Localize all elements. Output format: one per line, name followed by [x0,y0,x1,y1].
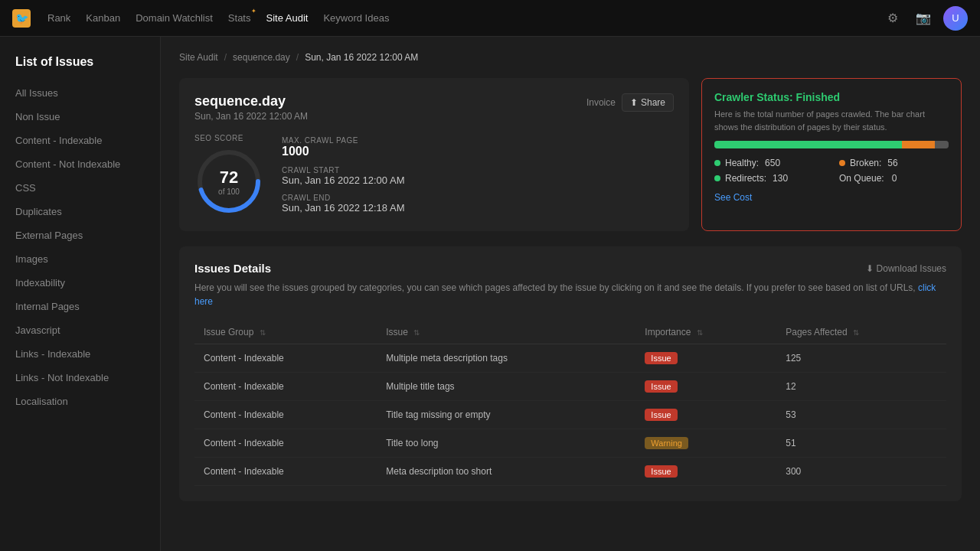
site-header: sequence.day Sun, Jan 16 2022 12:00 AM I… [194,93,674,122]
cell-importance-4: Issue [635,458,776,486]
cell-group-2: Content - Indexable [194,401,377,429]
table-row[interactable]: Content - Indexable Meta description too… [194,458,946,486]
sidebar-item-javascript[interactable]: Javascript [0,318,160,342]
seo-score-container: SEO SCORE 72 of 100 [194,134,263,216]
nav-domain-watchlist[interactable]: Domain Watchlist [134,9,214,27]
top-row: sequence.day Sun, Jan 16 2022 12:00 AM I… [179,78,962,231]
broken-value: 56 [887,158,897,168]
cell-importance-1: Issue [635,373,776,401]
table-row[interactable]: Content - Indexable Title too long Warni… [194,429,946,458]
sidebar-item-content-not-indexable[interactable]: Content - Not Indexable [0,152,160,176]
queue-value: 0 [892,173,897,184]
site-date: Sun, Jan 16 2022 12:00 AM [194,111,308,122]
cell-group-0: Content - Indexable [194,344,377,373]
healthy-label: Healthy: [725,158,759,168]
crawler-title: Crawler Status: Finished [714,91,949,103]
breadcrumb-site-audit[interactable]: Site Audit [179,52,218,63]
seo-score-wrapper: 72 of 100 [194,147,263,216]
nav-kanban[interactable]: Kanban [84,9,122,27]
table-row[interactable]: Content - Indexable Multiple title tags … [194,373,946,401]
download-issues-button[interactable]: ⬇ Download Issues [866,263,946,274]
sort-icon-pages[interactable]: ⇅ [853,328,859,337]
sidebar-item-duplicates[interactable]: Duplicates [0,200,160,223]
sort-icon-importance[interactable]: ⇅ [697,328,703,337]
col-issue-group: Issue Group ⇅ [194,321,377,344]
sidebar-item-css[interactable]: CSS [0,176,160,200]
sidebar-item-links-indexable[interactable]: Links - Indexable [0,342,160,366]
sidebar-item-internal-pages[interactable]: Internal Pages [0,295,160,318]
col-importance: Importance ⇅ [635,321,776,344]
nav-site-audit[interactable]: Site Audit [264,9,309,27]
sort-icon-group[interactable]: ⇅ [260,328,266,337]
stat-queue: On Queue: 0 [839,173,949,184]
app-logo[interactable]: 🐦 [12,9,31,28]
breadcrumb-date: Sun, Jan 16 2022 12:00 AM [305,52,418,63]
col-issue: Issue ⇅ [377,321,635,344]
content-area: Site Audit / sequence.day / Sun, Jan 16 … [161,37,980,551]
see-cost-link[interactable]: See Cost [714,192,752,203]
nav-keyword-ideas[interactable]: Keyword Ideas [322,9,390,27]
stat-healthy: Healthy: 650 [714,158,824,168]
sort-icon-issue[interactable]: ⇅ [413,328,420,337]
cell-importance-3: Warning [635,429,776,458]
camera-icon[interactable]: 📷 [913,8,934,29]
nav-stats[interactable]: Stats✦ [227,9,253,27]
crawler-status: Finished [796,91,841,103]
share-label: Share [641,97,665,108]
col-pages-affected: Pages Affected ⇅ [776,321,946,344]
issues-title: Issues Details [194,262,271,275]
sidebar-title: List of Issues [0,55,160,81]
seo-score-label: SEO SCORE [194,134,263,142]
table-row[interactable]: Content - Indexable Multiple meta descri… [194,344,946,373]
issues-table: Issue Group ⇅ Issue ⇅ Importance ⇅ Pag [194,321,946,486]
cell-issue-0: Multiple meta description tags [377,344,635,373]
site-info: sequence.day Sun, Jan 16 2022 12:00 AM [194,93,308,122]
cell-issue-2: Title tag missing or empty [377,401,635,429]
user-avatar[interactable]: U [943,6,968,31]
queue-label: On Queue: [839,173,884,184]
cell-issue-4: Meta description too short [377,458,635,486]
max-crawl-metric: MAX. CRAWL PAGE 1000 [282,136,404,158]
dot-redirect [714,175,720,181]
issues-header: Issues Details ⬇ Download Issues [194,262,946,275]
redirects-label: Redirects: [725,173,766,184]
breadcrumb: Site Audit / sequence.day / Sun, Jan 16 … [179,52,962,63]
share-button[interactable]: ⬆ Share [622,93,674,112]
download-icon: ⬇ [866,263,874,274]
nav-right: ⚙ 📷 U [882,6,968,31]
issues-description: Here you will see the issues grouped by … [194,281,946,308]
seo-score-number: 72 [218,168,240,187]
sidebar-item-external-pages[interactable]: External Pages [0,223,160,247]
sidebar-item-content-indexable[interactable]: Content - Indexable [0,129,160,152]
sidebar-item-non-issue[interactable]: Non Issue [0,105,160,129]
top-navigation: 🐦 Rank Kanban Domain Watchlist Stats✦ Si… [0,0,980,37]
share-icon: ⬆ [630,97,638,108]
download-label: Download Issues [877,263,946,274]
max-crawl-label: MAX. CRAWL PAGE [282,136,404,145]
main-layout: List of Issues All Issues Non Issue Cont… [0,37,980,551]
dot-healthy [714,160,720,166]
nav-rank[interactable]: Rank [46,9,72,27]
sidebar-item-links-not-indexable[interactable]: Links - Not Indexable [0,366,160,390]
cell-group-1: Content - Indexable [194,373,377,401]
stat-redirects: Redirects: 130 [714,173,824,184]
bar-queue [935,141,949,148]
sidebar-item-indexability[interactable]: Indexability [0,271,160,295]
max-crawl-value: 1000 [282,145,404,158]
cell-pages-4: 300 [776,458,946,486]
breadcrumb-domain[interactable]: sequence.day [233,52,290,63]
cell-pages-0: 125 [776,344,946,373]
site-name: sequence.day [194,93,308,109]
crawler-card: Crawler Status: Finished Here is the tot… [701,78,962,231]
issues-table-body: Content - Indexable Multiple meta descri… [194,344,946,486]
sidebar: List of Issues All Issues Non Issue Cont… [0,37,161,551]
invoice-button[interactable]: Invoice [586,97,616,108]
sidebar-item-all-issues[interactable]: All Issues [0,81,160,105]
sidebar-item-localisation[interactable]: Localisation [0,390,160,413]
table-row[interactable]: Content - Indexable Title tag missing or… [194,401,946,429]
stat-broken: Broken: 56 [839,158,949,168]
sidebar-item-images[interactable]: Images [0,247,160,271]
cell-issue-3: Title too long [377,429,635,458]
crawl-end-value: Sun, Jan 16 2022 12:18 AM [282,202,404,214]
settings-icon[interactable]: ⚙ [882,8,903,29]
